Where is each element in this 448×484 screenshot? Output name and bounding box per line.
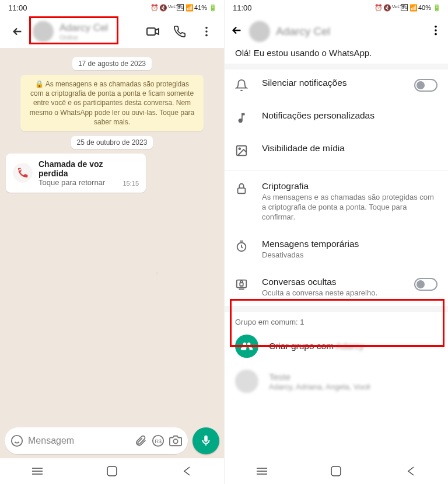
contact-name: Adarcy Cel [60, 22, 138, 34]
mute-toggle[interactable] [414, 79, 438, 92]
contact-header[interactable]: Adarcy Cel Online [60, 22, 138, 41]
attachment-icon[interactable] [134, 434, 147, 447]
camera-icon[interactable] [169, 434, 182, 447]
missed-call-title: Chamada de voz perdida [38, 159, 117, 178]
missed-call-time: 15:15 [123, 180, 139, 187]
encryption-row[interactable]: Criptografia As mensagens e as chamadas … [225, 173, 448, 231]
svg-point-1 [205, 27, 208, 29]
custom-notifications-row[interactable]: Notificações personalizadas [225, 102, 448, 135]
media-vis-title: Visibilidade de mídia [262, 143, 438, 154]
custom-notif-title: Notificações personalizadas [262, 110, 438, 121]
home-button[interactable] [329, 464, 343, 478]
video-call-button[interactable] [141, 20, 164, 43]
alarm-icon: ⏰ [374, 4, 382, 11]
battery-icon: 🔋 [433, 4, 440, 11]
android-navbar [225, 458, 448, 484]
chat-appbar: Adarcy Cel Online [0, 15, 224, 48]
media-visibility-row[interactable]: Visibilidade de mídia [225, 135, 448, 168]
back-button[interactable] [6, 20, 29, 43]
settings-list[interactable]: Silenciar notificações Notificações pers… [225, 69, 448, 458]
missed-call-bubble[interactable]: Chamada de voz perdida Toque para retorn… [6, 154, 146, 193]
chat-body[interactable]: 17 de agosto de 2023 🔒 As mensagens e as… [0, 48, 224, 423]
home-button[interactable] [105, 464, 119, 478]
mute-icon: 🔇 [383, 4, 390, 11]
date-separator: 25 de outubro de 2023 [71, 136, 153, 149]
disappearing-messages-row[interactable]: Mensagens temporárias Desativadas [225, 231, 448, 269]
mic-button[interactable] [192, 427, 219, 454]
status-bar: 11:00 ⏰ 🔇 VoLTE 5G 📶 41% 🔋 [0, 0, 224, 15]
svg-text:R$: R$ [155, 438, 162, 444]
svg-point-2 [205, 30, 208, 33]
disappearing-title: Mensagens temporárias [262, 239, 438, 249]
group-title: Teste [269, 372, 438, 382]
nav-back-button[interactable] [180, 464, 194, 478]
svg-rect-17 [238, 188, 246, 193]
more-menu-button[interactable] [195, 20, 218, 43]
chat-lock-desc: Oculta a conversa neste aparelho. [262, 288, 401, 298]
contact-name[interactable]: Adarcy Cel [276, 25, 424, 38]
contact-info-screen: 11:00 ⏰ 🔇 VoLTE 5G 📶 40% 🔋 Adarcy Cel Ol… [224, 0, 448, 484]
section-divider [225, 306, 448, 312]
chat-lock-row[interactable]: Conversas ocultas Oculta a conversa nest… [225, 269, 448, 307]
group-avatar [235, 370, 258, 393]
5g-icon: 5G [401, 4, 408, 11]
battery-text: 41% [194, 4, 207, 11]
svg-rect-24 [331, 466, 341, 476]
svg-point-16 [239, 148, 240, 149]
svg-point-12 [435, 26, 437, 28]
chat-lock-toggle[interactable] [414, 278, 438, 291]
svg-rect-11 [107, 466, 117, 476]
payment-icon[interactable]: R$ [152, 434, 164, 447]
disappearing-desc: Desativadas [262, 250, 438, 260]
svg-point-7 [173, 439, 177, 443]
svg-point-14 [435, 33, 437, 36]
input-bar: Mensagem R$ [0, 423, 224, 458]
timer-icon [235, 240, 249, 255]
battery-text: 40% [418, 4, 431, 11]
message-input[interactable]: Mensagem R$ [5, 427, 188, 454]
missed-call-text: Chamada de voz perdida Toque para retorn… [38, 159, 117, 187]
chat-screen: 11:00 ⏰ 🔇 VoLTE 5G 📶 41% 🔋 Adarcy Cel On… [0, 0, 224, 484]
contact-avatar[interactable] [249, 21, 270, 42]
status-right: ⏰ 🔇 VoLTE 5G 📶 41% 🔋 [150, 4, 216, 11]
status-bar: 11:00 ⏰ 🔇 VoLTE 5G 📶 40% 🔋 [225, 0, 448, 15]
encryption-notice[interactable]: 🔒 As mensagens e as chamadas são protegi… [20, 75, 203, 131]
status-right: ⏰ 🔇 VoLTE 5G 📶 40% 🔋 [374, 4, 440, 11]
recent-apps-button[interactable] [30, 464, 44, 478]
bell-icon [235, 79, 249, 94]
info-appbar: Adarcy Cel [225, 15, 448, 48]
alarm-icon: ⏰ [150, 4, 158, 11]
chat-lock-icon [235, 278, 249, 293]
mute-notifications-row[interactable]: Silenciar notificações [225, 69, 448, 102]
chat-lock-title: Conversas ocultas [262, 277, 401, 287]
nav-back-button[interactable] [404, 464, 418, 478]
missed-call-icon [13, 163, 33, 183]
svg-point-4 [12, 436, 22, 446]
voice-call-button[interactable] [168, 20, 191, 43]
svg-rect-20 [240, 283, 243, 286]
contact-avatar[interactable] [33, 21, 54, 42]
svg-point-3 [205, 34, 208, 37]
battery-icon: 🔋 [209, 4, 216, 11]
encryption-desc: As mensagens e as chamadas são protegida… [262, 193, 438, 222]
recent-apps-button[interactable] [255, 464, 269, 478]
missed-call-subtitle: Toque para retornar [38, 178, 117, 187]
volte-icon: VoLTE [392, 4, 399, 11]
thin-divider [225, 170, 448, 170]
more-menu-button[interactable] [429, 24, 442, 39]
group-item-row[interactable]: Teste Adarcy, Adriana, Angela, Você [225, 364, 448, 399]
5g-icon: 5G [177, 4, 184, 11]
group-members: Adarcy, Adriana, Angela, Você [269, 382, 438, 391]
create-group-label: Criar grupo com Adarcy [269, 341, 364, 351]
signal-icon: 📶 [410, 4, 416, 11]
back-button[interactable] [230, 24, 243, 39]
emoji-icon[interactable] [10, 434, 23, 447]
mute-icon: 🔇 [159, 4, 166, 11]
date-separator: 17 de agosto de 2023 [72, 57, 152, 70]
section-divider [225, 64, 448, 69]
create-group-icon [235, 335, 258, 358]
create-group-row[interactable]: Criar grupo com Adarcy [225, 329, 448, 364]
groups-header: Grupo em comum: 1 [225, 312, 448, 329]
music-note-icon [235, 112, 249, 127]
status-time: 11:00 [233, 4, 252, 12]
